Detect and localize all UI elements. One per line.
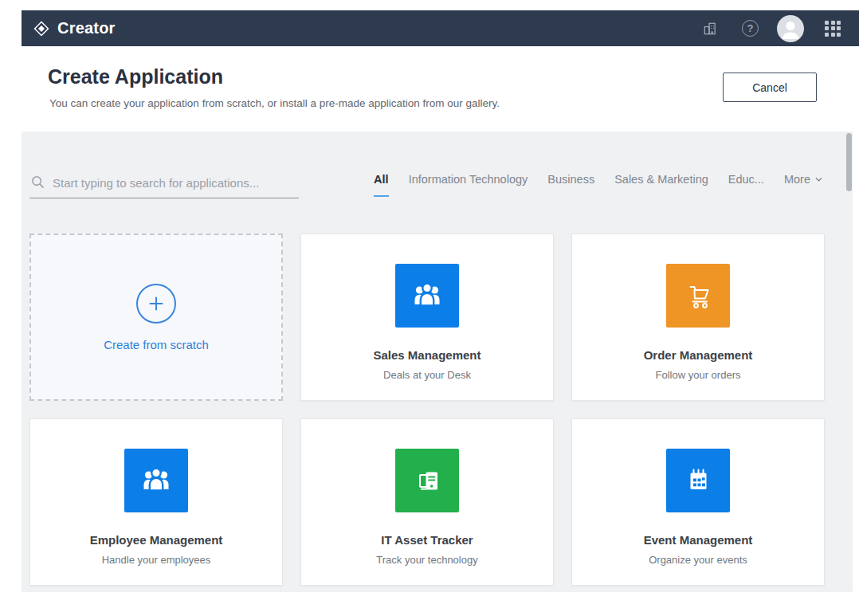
more-label: More [784,173,810,186]
app-card-sales-management[interactable]: Sales Management Deals at your Desk [300,233,554,401]
apps-grid-icon[interactable] [825,21,841,37]
app-card-event-management[interactable]: Event Management Organize your events [571,418,825,586]
topbar-actions: ? [701,15,841,42]
app-tagline: Follow your orders [656,369,741,381]
app-card-order-management[interactable]: Order Management Follow your orders [571,233,825,401]
app-tagline: Track your technology [376,554,477,566]
app-name: IT Asset Tracker [381,533,473,547]
shopping-cart-icon [666,264,730,328]
tab-all[interactable]: All [374,173,389,197]
help-icon[interactable]: ? [742,20,759,37]
category-tabs: All Information Technology Business Sale… [374,173,822,197]
scrollbar-thumb[interactable] [846,133,852,191]
tab-business[interactable]: Business [547,173,594,195]
content-area: All Information Technology Business Sale… [22,131,853,592]
search-box [29,163,299,198]
computer-tower-icon [395,449,459,512]
app-tagline: Deals at your Desk [383,369,471,381]
app-name: Event Management [644,533,753,547]
people-group-icon [124,449,188,512]
creator-logo-icon [33,20,50,37]
tab-more[interactable]: More [784,173,822,195]
search-icon [31,175,45,189]
app-name: Order Management [644,348,753,362]
tab-sales-marketing[interactable]: Sales & Marketing [614,173,708,195]
cancel-button[interactable]: Cancel [723,73,817,102]
people-group-icon [395,264,459,328]
create-from-scratch-card[interactable]: Create from scratch [29,233,283,401]
app-tagline: Handle your employees [102,554,211,566]
topbar: Creator ? [22,10,859,46]
chevron-down-icon [815,177,822,182]
page-subtitle: You can create your application from scr… [49,97,500,109]
page-header: Create Application You can create your a… [22,46,859,131]
app-tagline: Organize your events [649,554,747,566]
tab-education[interactable]: Educ... [728,173,764,195]
app-name: Employee Management [90,533,223,547]
organization-icon[interactable] [701,20,718,37]
plus-icon [136,284,176,324]
create-from-scratch-label: Create from scratch [104,338,209,351]
avatar[interactable] [777,15,804,42]
brand-name: Creator [57,19,116,37]
app-name: Sales Management [373,348,480,362]
search-input[interactable] [53,176,299,190]
calendar-icon [666,449,730,512]
app-card-it-asset-tracker[interactable]: IT Asset Tracker Track your technology [300,418,554,586]
app-card-employee-management[interactable]: Employee Management Handle your employee… [29,418,283,586]
page-title: Create Application [48,65,223,88]
tab-information-technology[interactable]: Information Technology [409,173,528,195]
page: Creator ? Create Application [0,0,859,616]
app-gallery-grid: Create from scratch [29,233,825,586]
